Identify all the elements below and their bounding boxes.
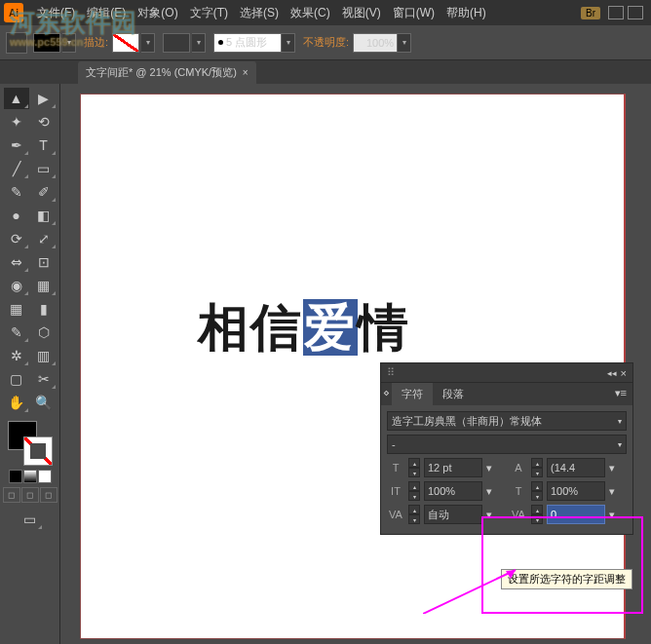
artboard-tool[interactable]: ▢ <box>4 368 29 390</box>
pen-tool[interactable]: ✒ <box>4 134 29 156</box>
stroke-color[interactable] <box>23 436 53 466</box>
panel-menu-icon[interactable]: ▾≡ <box>609 383 632 405</box>
menu-select[interactable]: 选择(S) <box>234 5 285 21</box>
panel-grip-icon[interactable]: ⠿ <box>387 366 397 379</box>
leading-field[interactable]: (14.4 <box>547 458 605 477</box>
kerning-dropdown[interactable]: ▾ <box>486 509 492 521</box>
hand-tool[interactable]: ✋ <box>4 392 29 413</box>
panel-close-icon[interactable]: × <box>621 367 627 379</box>
menu-type[interactable]: 文字(T) <box>184 5 234 21</box>
menu-file[interactable]: 文件(F) <box>31 5 81 21</box>
color-mode-solid[interactable] <box>9 470 22 483</box>
color-mode-none[interactable] <box>38 470 52 483</box>
tracking-icon: VA <box>510 506 527 523</box>
layout-icon-2[interactable] <box>628 6 643 19</box>
vscale-dropdown[interactable]: ▾ <box>486 485 492 498</box>
tab-paragraph[interactable]: 段落 <box>433 383 474 405</box>
kerning-icon: VA <box>387 506 404 523</box>
panel-toggle-icon[interactable]: ⋄ <box>381 383 392 405</box>
menu-help[interactable]: 帮助(H) <box>440 5 492 21</box>
font-family-field[interactable]: 造字工房典黑（非商用）常规体▾ <box>387 411 627 431</box>
blend-tool[interactable]: ⬡ <box>31 322 57 343</box>
hscale-dropdown[interactable]: ▾ <box>609 485 615 498</box>
direct-selection-tool[interactable]: ▶ <box>31 88 57 109</box>
leading-icon: A <box>510 459 527 476</box>
leading-spinner[interactable]: ▴▾ <box>531 458 543 477</box>
kerning-field[interactable]: 自动 <box>424 505 482 524</box>
toolbox: ▲▶ ✦⟲ ✒T ╱▭ ✎✐ ●◧ ⟳⤢ ⇔⊡ ◉▦ ▦▮ ✎⬡ ✲▥ ▢✂ ✋… <box>0 84 60 644</box>
menu-edit[interactable]: 编辑(E) <box>81 5 132 21</box>
eyedropper-tool[interactable]: ✎ <box>4 322 29 343</box>
tab-title: 文字间距* @ 21% (CMYK/预览) <box>86 65 237 80</box>
draw-inside[interactable]: ◻ <box>40 487 57 503</box>
pencil-tool[interactable]: ✐ <box>31 181 57 203</box>
eraser-tool[interactable]: ◧ <box>31 205 57 226</box>
blob-brush-tool[interactable]: ● <box>4 205 29 226</box>
opacity-field[interactable]: 100% <box>353 33 398 53</box>
selection-tool[interactable]: ▲ <box>4 88 29 109</box>
kerning-spinner[interactable]: ▴▾ <box>408 505 420 524</box>
vscale-spinner[interactable]: ▴▾ <box>408 481 420 501</box>
tab-character[interactable]: 字符 <box>392 383 433 405</box>
rotate-tool[interactable]: ⟳ <box>4 228 29 249</box>
slice-tool[interactable]: ✂ <box>31 368 57 390</box>
tracking-field[interactable]: 0 <box>547 505 605 524</box>
hscale-icon: T <box>510 482 527 500</box>
size-spinner[interactable]: ▴▾ <box>408 458 420 477</box>
vscale-field[interactable]: 100% <box>424 481 482 501</box>
rectangle-tool[interactable]: ▭ <box>31 158 57 179</box>
font-size-field[interactable]: 12 pt <box>424 458 482 477</box>
stroke-dropdown[interactable] <box>141 33 155 53</box>
menu-effect[interactable]: 效果(C) <box>285 5 336 21</box>
hscale-spinner[interactable]: ▴▾ <box>531 481 543 501</box>
fill-stroke-control[interactable] <box>8 421 53 466</box>
options-bar: 描边: 5 点圆形 不透明度: 100% <box>0 25 651 60</box>
size-dropdown[interactable]: ▾ <box>486 462 492 474</box>
layout-icon[interactable] <box>608 6 624 19</box>
opacity-dropdown[interactable] <box>398 33 411 53</box>
fill-swatch[interactable] <box>33 33 60 53</box>
fill-dropdown[interactable] <box>62 33 76 53</box>
mesh-tool[interactable]: ▦ <box>4 298 29 320</box>
leading-dropdown[interactable]: ▾ <box>609 462 615 474</box>
lasso-tool[interactable]: ⟲ <box>31 111 57 133</box>
line-tool[interactable]: ╱ <box>4 158 29 179</box>
document-tab[interactable]: 文字间距* @ 21% (CMYK/预览) × <box>78 61 256 84</box>
panel-collapse-icon[interactable]: ◂◂ <box>607 368 617 378</box>
width-tool[interactable]: ⇔ <box>4 251 29 273</box>
tracking-spinner[interactable]: ▴▾ <box>531 505 543 524</box>
panel-header[interactable]: ⠿ ◂◂ × <box>381 363 632 383</box>
menu-window[interactable]: 窗口(W) <box>387 5 440 21</box>
stroke-profile[interactable]: 5 点圆形 <box>213 33 282 53</box>
draw-normal[interactable]: ◻ <box>3 487 20 503</box>
font-style-field[interactable]: -▾ <box>387 435 627 454</box>
stroke-profile-dropdown[interactable] <box>282 33 295 53</box>
graph-tool[interactable]: ▥ <box>31 345 57 366</box>
magic-wand-tool[interactable]: ✦ <box>4 111 29 133</box>
menu-object[interactable]: 对象(O) <box>132 5 183 21</box>
draw-behind[interactable]: ◻ <box>21 487 39 503</box>
color-mode-gradient[interactable] <box>23 470 37 483</box>
selection-indicator <box>6 32 27 54</box>
free-transform-tool[interactable]: ⊡ <box>31 251 57 273</box>
font-size-icon: T <box>387 459 404 476</box>
bridge-button[interactable]: Br <box>581 7 600 19</box>
hscale-field[interactable]: 100% <box>547 481 605 501</box>
stroke-weight-dropdown[interactable] <box>192 33 206 53</box>
symbol-sprayer-tool[interactable]: ✲ <box>4 345 29 366</box>
gradient-tool[interactable]: ▮ <box>31 298 57 320</box>
zoom-tool[interactable]: 🔍 <box>31 392 57 413</box>
scale-tool[interactable]: ⤢ <box>31 228 57 249</box>
stroke-weight[interactable] <box>163 33 190 53</box>
tracking-dropdown[interactable]: ▾ <box>609 509 615 521</box>
menu-view[interactable]: 视图(V) <box>336 5 387 21</box>
tab-close-icon[interactable]: × <box>243 67 249 78</box>
paintbrush-tool[interactable]: ✎ <box>4 181 29 203</box>
type-tool[interactable]: T <box>31 134 57 156</box>
stroke-swatch[interactable] <box>112 33 139 53</box>
perspective-tool[interactable]: ▦ <box>31 275 57 296</box>
screen-mode[interactable]: ▭ <box>18 509 43 530</box>
color-modes <box>9 470 52 483</box>
artwork-text[interactable]: 相信爱情 <box>198 294 410 362</box>
shapebuilder-tool[interactable]: ◉ <box>4 275 29 296</box>
